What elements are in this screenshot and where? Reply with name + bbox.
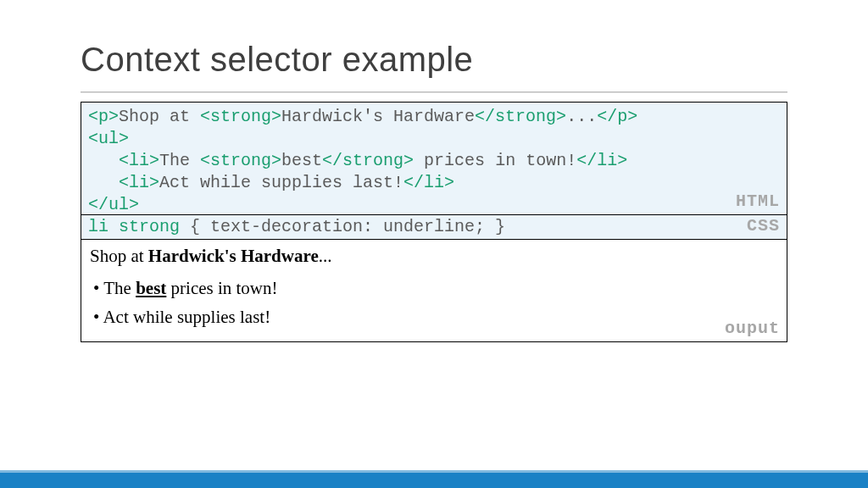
tag-open-li: <li> <box>119 151 159 170</box>
tag-close-p: </p> <box>597 107 637 126</box>
panel-label-html: HTML <box>736 191 780 213</box>
list-item: The best prices in town! <box>93 274 778 302</box>
slide-title: Context selector example <box>81 41 473 79</box>
code-line: </ul> <box>88 194 780 216</box>
tag-close-li: </li> <box>576 151 627 170</box>
footer-bar <box>0 470 868 488</box>
panel-label-output: ouput <box>725 318 780 340</box>
slide: Context selector example <p>Shop at <str… <box>0 0 868 488</box>
code-line: <p>Shop at <strong>Hardwick's Hardware</… <box>88 106 780 128</box>
output-panel: Shop at Hardwick's Hardware... The best … <box>81 239 787 342</box>
output-paragraph: Shop at Hardwick's Hardware... <box>90 245 778 267</box>
tag-open-p: <p> <box>88 107 119 126</box>
html-code-panel: <p>Shop at <strong>Hardwick's Hardware</… <box>81 102 787 215</box>
tag-open-strong: <strong> <box>200 151 281 170</box>
css-body: { text-decoration: underline; } <box>180 217 505 236</box>
code-line: <li>Act while supplies last!</li> <box>88 172 780 194</box>
code-line: <ul> <box>88 128 780 150</box>
tag-close-li: </li> <box>403 173 454 192</box>
panel-label-css: CSS <box>747 215 780 237</box>
output-strong: Hardwick's Hardware <box>148 246 319 266</box>
list-item: Act while supplies last! <box>93 302 778 331</box>
tag-close-strong: </strong> <box>322 151 414 170</box>
tag-open-strong: <strong> <box>200 107 281 126</box>
css-selector: li strong <box>88 217 180 236</box>
tag-open-ul: <ul> <box>88 129 129 148</box>
output-list: The best prices in town! Act while suppl… <box>90 274 778 331</box>
tag-close-strong: </strong> <box>475 107 566 126</box>
output-strong-underline: best <box>136 278 166 298</box>
tag-close-ul: </ul> <box>88 195 139 214</box>
code-line: <li>The <strong>best</strong> prices in … <box>88 150 780 172</box>
title-underline <box>81 92 787 93</box>
css-code-panel: li strong { text-decoration: underline; … <box>81 214 787 240</box>
tag-open-li: <li> <box>119 173 159 192</box>
